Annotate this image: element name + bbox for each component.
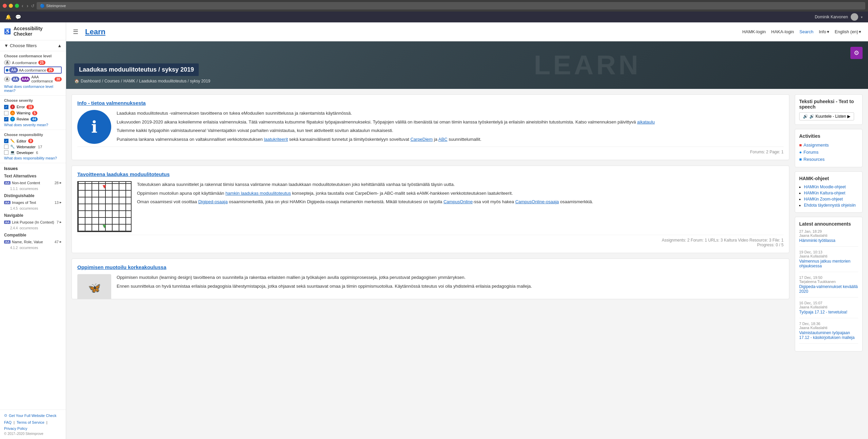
ann-author-3: Jaana Kullaslahti bbox=[799, 305, 858, 309]
webmaster-checkbox[interactable] bbox=[4, 145, 8, 149]
severity-review-item[interactable]: ✓ ? Review 44 bbox=[4, 117, 62, 121]
editor-checkbox[interactable]: ✓ bbox=[4, 139, 8, 143]
review-checkbox[interactable]: ✓ bbox=[4, 117, 8, 121]
conformance-aaa-item[interactable]: A AA AAA AAA conformance 38 bbox=[4, 75, 62, 83]
ann-link-1[interactable]: Valmennus jatkuu mentorien ohjauksessa bbox=[799, 259, 858, 268]
forums-link[interactable]: Forums bbox=[804, 150, 818, 155]
breadcrumb-dashboard[interactable]: Dashboard bbox=[81, 79, 101, 83]
chrome-minimize[interactable] bbox=[9, 4, 13, 8]
footer-links: FAQ | Terms of Service | Privacy Policy bbox=[4, 420, 62, 431]
link-purpose-criterion: 2.4.4 occurrences bbox=[10, 226, 62, 230]
resp-developer-item[interactable]: 💻 Developer 6 bbox=[4, 150, 62, 155]
resp-help-link[interactable]: What does responsibility mean? bbox=[4, 156, 62, 160]
resources-link[interactable]: Resources bbox=[804, 157, 825, 162]
info-card-title[interactable]: Info - tietoa valmennuksesta bbox=[77, 100, 784, 106]
campusonline-osaaja-link[interactable]: CampusOnline-osaaja bbox=[515, 199, 559, 204]
info-card: Info - tietoa valmennuksesta ℹ Laadukas … bbox=[72, 94, 789, 160]
oppiminen-p2: Ennen suunnittelua on hyvä tunnistaa eri… bbox=[117, 283, 784, 290]
ann-date-4: 7 Dec, 18:36 bbox=[799, 322, 858, 326]
hero-title: Laadukas moduulitoteutus / syksy 2019 bbox=[74, 63, 199, 76]
hamk-ehdota-link[interactable]: Ehdota täydennystä ohjeisiin bbox=[804, 203, 856, 208]
conformance-a-item[interactable]: A A conformance 25 bbox=[4, 60, 62, 65]
developer-icon: 💻 bbox=[10, 150, 15, 155]
severity-help-link[interactable]: What does severity mean? bbox=[4, 123, 62, 127]
hamk-kaltura-link[interactable]: HAMKin Kaltura-ohjeet bbox=[804, 191, 845, 195]
webmaster-count: 17 bbox=[38, 145, 42, 149]
carpediem-link[interactable]: CarpeDiem bbox=[410, 137, 433, 142]
url-text: Siteimprove bbox=[46, 4, 66, 8]
info-card-image: ℹ bbox=[77, 110, 111, 144]
terms-link[interactable]: Terms of Service bbox=[17, 420, 44, 424]
ann-link-2[interactable]: Digipeda-valmennukset keväällä 2020 bbox=[799, 284, 858, 294]
laatukriteerit-link[interactable]: laatukriteerit bbox=[264, 137, 288, 142]
haka-login-link[interactable]: HAKA-login bbox=[771, 29, 794, 34]
conformance-help-link[interactable]: What does conformance level mean? bbox=[4, 84, 62, 93]
bell-icon[interactable]: 🔔 bbox=[5, 14, 11, 20]
reload-icon[interactable]: ↺ bbox=[31, 3, 35, 8]
hamburger-icon[interactable]: ☰ bbox=[73, 28, 78, 36]
warning-checkbox[interactable] bbox=[4, 111, 8, 115]
images-of-text-row[interactable]: AA Images of Text 13 ▸ bbox=[4, 199, 62, 205]
info-dropdown[interactable]: Info ▾ bbox=[819, 29, 829, 34]
resp-editor-item[interactable]: ✓ ✏️ Editor 9 bbox=[4, 139, 62, 143]
hamk-title: HAMK-ohjeet bbox=[799, 176, 858, 181]
tavoite-card-title[interactable]: Tavoitteena laadukas moduulitoteutus bbox=[77, 171, 784, 177]
forward-icon[interactable]: › bbox=[27, 3, 28, 8]
listen-button[interactable]: 🔊 🔊 Kuuntele - Listen ▶ bbox=[799, 112, 854, 120]
abc-link[interactable]: ABC bbox=[438, 137, 448, 142]
assignments-link[interactable]: Assignments bbox=[804, 142, 829, 148]
breadcrumb-courses[interactable]: Courses bbox=[104, 79, 120, 83]
url-bar[interactable]: 🔵 Siteimprove bbox=[37, 2, 865, 9]
hero-bg-text: LEARN bbox=[534, 50, 641, 81]
ann-link-3[interactable]: Työpaja 17.12 - tervetuloa! bbox=[799, 310, 858, 314]
non-text-content-row[interactable]: AA Non-text Content 28 ▸ bbox=[4, 180, 62, 186]
ann-link-4[interactable]: Valmistautuminen työpajaan 17.12 - käsik… bbox=[799, 330, 858, 340]
user-chevron-icon[interactable]: ▾ bbox=[861, 15, 863, 19]
oppiminen-image: 🦋 bbox=[77, 274, 111, 299]
hamkin-laadukas-link[interactable]: hamkin laadukas moduulitoteutus bbox=[225, 191, 291, 196]
filter-toggle[interactable]: ▼ Choose filters ▲ bbox=[0, 40, 66, 51]
learn-title[interactable]: Learn bbox=[85, 27, 105, 36]
aikataulu-link[interactable]: aikataulu bbox=[637, 119, 655, 125]
conformance-aa-item[interactable]: AA AA conformance 25 bbox=[4, 66, 62, 74]
activities-title: Activities bbox=[799, 133, 858, 139]
resp-webmaster-item[interactable]: 🔧 Webmaster 17 bbox=[4, 145, 62, 149]
ann-author-2: Tarjaleena Tuukkanen bbox=[799, 280, 858, 284]
severity-error-item[interactable]: ✓ ! Error 19 bbox=[4, 104, 62, 109]
error-checkbox[interactable]: ✓ bbox=[4, 105, 8, 109]
search-link[interactable]: Search bbox=[800, 29, 813, 34]
oppiminen-card-title[interactable]: Oppimisen muotoilu korkeakoulussa bbox=[77, 264, 784, 270]
speaker-icon: 🔊 bbox=[803, 114, 808, 119]
get-full-check-link[interactable]: ⊙ Get Your Full Website Check bbox=[4, 413, 62, 418]
hamk-zoom-link[interactable]: HAMKin Zoom-ohjeet bbox=[804, 197, 843, 202]
language-dropdown[interactable]: English (en) ▾ bbox=[835, 29, 861, 34]
issues-section: Issues Text Alternatives AA Non-text Con… bbox=[0, 163, 66, 409]
link-purpose-row[interactable]: AA Link Purpose (In Context) 7 ▸ bbox=[4, 219, 62, 225]
hamk-login-link[interactable]: HAMK-login bbox=[742, 29, 766, 34]
editor-count: 9 bbox=[28, 139, 34, 143]
breadcrumb-current[interactable]: Laadukas moduulitoteutus / syksy 2019 bbox=[139, 79, 210, 83]
ann-link-0[interactable]: Hämminki työtilassa bbox=[799, 238, 858, 243]
conformance-filter: Choose conformance level A A conformance… bbox=[0, 51, 66, 96]
back-icon[interactable]: ‹ bbox=[22, 3, 23, 8]
oppiminen-card-text: Oppimisen muotoilun (learning design) ta… bbox=[117, 274, 784, 299]
message-icon[interactable]: 💬 bbox=[15, 14, 21, 20]
severity-warning-item[interactable]: ⚠ Warning 5 bbox=[4, 111, 62, 115]
tts-section: Teksti puheeksi - Text to speech 🔊 🔊 Kuu… bbox=[795, 94, 863, 125]
digiped-link[interactable]: Digiped-osaaja bbox=[198, 199, 228, 204]
filter-header-label: Choose filters bbox=[10, 43, 37, 48]
hamk-moodle-link[interactable]: HAMKin Moodle-ohjeet bbox=[804, 185, 846, 189]
chrome-maximize[interactable] bbox=[15, 4, 19, 8]
developer-checkbox[interactable] bbox=[4, 150, 8, 155]
campusonline-link[interactable]: CampusOnline bbox=[443, 199, 473, 204]
non-text-count: 28 ▸ bbox=[55, 180, 62, 185]
ann-author-1: Jaana Kullaslahti bbox=[799, 254, 858, 258]
faq-link[interactable]: FAQ bbox=[4, 420, 12, 424]
breadcrumb-hamk[interactable]: HAMK bbox=[123, 79, 135, 83]
ann-date-3: 16 Dec, 15:07 bbox=[799, 301, 858, 305]
privacy-link[interactable]: Privacy Policy bbox=[4, 426, 27, 431]
activities-list: ■ Assignments ● Forums ■ Resources bbox=[799, 141, 858, 163]
hero-settings-button[interactable]: ⚙ bbox=[850, 47, 863, 59]
chrome-close[interactable] bbox=[3, 4, 7, 8]
name-role-value-row[interactable]: AA Name, Role, Value 47 ▸ bbox=[4, 239, 62, 245]
